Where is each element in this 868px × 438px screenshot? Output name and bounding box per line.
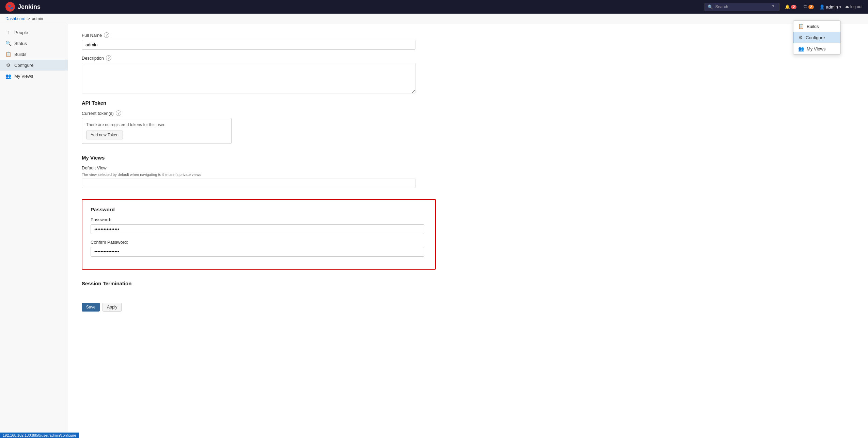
sidebar-label-people: People xyxy=(14,30,28,35)
main-content: Full Name ? Description ? API Token Curr… xyxy=(68,24,868,438)
search-bar[interactable]: 🔍 ? xyxy=(705,3,779,11)
my-views-section: My Views Default View The view selected … xyxy=(82,155,854,188)
apply-button[interactable]: Apply xyxy=(102,303,122,312)
jenkins-icon: 🐾 xyxy=(5,2,15,12)
status-url: 192.168.102.130:8850/user/admin/configur… xyxy=(3,433,76,437)
save-bar: Save Apply xyxy=(82,297,854,314)
dropdown-builds-icon: 📋 xyxy=(798,24,804,29)
breadcrumb-separator: > xyxy=(28,16,30,21)
search-icon: 🔍 xyxy=(708,4,713,10)
bell-icon: 🔔 xyxy=(785,4,790,9)
dropdown-item-my-views[interactable]: 👥 My Views xyxy=(793,43,840,54)
user-label: admin xyxy=(826,4,838,10)
status-bar: 192.168.102.130:8850/user/admin/configur… xyxy=(0,433,79,438)
security-button[interactable]: 🛡 2 xyxy=(802,3,815,11)
confirm-password-input[interactable] xyxy=(91,247,424,257)
full-name-help-icon[interactable]: ? xyxy=(104,32,109,38)
sidebar-item-my-views[interactable]: 👥 My Views xyxy=(0,71,68,81)
sidebar-label-my-views: My Views xyxy=(14,74,33,79)
search-input[interactable] xyxy=(715,4,770,9)
token-box: There are no registered tokens for this … xyxy=(82,118,232,144)
dropdown-configure-label: Configure xyxy=(806,35,825,40)
password-input[interactable] xyxy=(91,224,424,234)
dropdown-configure-icon: ⚙ xyxy=(799,35,803,40)
dropdown-item-configure[interactable]: ⚙ Configure xyxy=(793,32,840,43)
save-button[interactable]: Save xyxy=(82,303,100,312)
sidebar-item-people[interactable]: ↑ People xyxy=(0,27,68,38)
sidebar-label-configure: Configure xyxy=(14,63,33,68)
description-help-icon[interactable]: ? xyxy=(106,55,111,61)
sidebar: ↑ People 🔍 Status 📋 Builds ⚙ Configure 👥… xyxy=(0,24,68,438)
builds-icon: 📋 xyxy=(5,51,11,57)
password-section-title: Password xyxy=(91,207,427,212)
my-views-icon: 👥 xyxy=(5,73,11,79)
app-logo[interactable]: 🐾 Jenkins xyxy=(5,2,41,12)
shield-icon: 🛡 xyxy=(803,4,807,9)
description-label: Description ? xyxy=(82,55,854,61)
people-icon: ↑ xyxy=(5,30,11,35)
default-view-hint: The view selected by default when naviga… xyxy=(82,172,854,177)
notifications-button[interactable]: 🔔 2 xyxy=(784,3,798,11)
dropdown-my-views-icon: 👥 xyxy=(798,46,804,51)
configure-icon: ⚙ xyxy=(5,62,11,68)
password-label: Password: xyxy=(91,217,427,222)
sidebar-item-status[interactable]: 🔍 Status xyxy=(0,38,68,49)
dropdown-builds-label: Builds xyxy=(807,24,819,29)
confirm-password-group: Confirm Password: xyxy=(91,240,427,257)
confirm-password-label: Confirm Password: xyxy=(91,240,427,245)
breadcrumb-home[interactable]: Dashboard xyxy=(5,16,26,21)
user-menu[interactable]: 👤 admin ▾ xyxy=(819,4,841,10)
dropdown-my-views-label: My Views xyxy=(807,46,825,51)
current-tokens-help-icon[interactable]: ? xyxy=(116,110,121,116)
app-name: Jenkins xyxy=(18,3,41,11)
chevron-down-icon: ▾ xyxy=(839,5,841,9)
sidebar-item-builds[interactable]: 📋 Builds xyxy=(0,49,68,60)
sidebar-item-configure[interactable]: ⚙ Configure xyxy=(0,60,68,71)
my-views-title: My Views xyxy=(82,155,854,161)
default-view-label: Default View xyxy=(82,165,854,170)
sidebar-label-builds: Builds xyxy=(14,52,26,57)
session-termination-section: Session Termination xyxy=(82,281,854,286)
logout-label: log out xyxy=(850,4,863,9)
main-layout: ↑ People 🔍 Status 📋 Builds ⚙ Configure 👥… xyxy=(0,24,868,438)
current-tokens-label: Current token(s) ? xyxy=(82,110,854,116)
dropdown-item-builds[interactable]: 📋 Builds xyxy=(793,21,840,32)
session-termination-title: Session Termination xyxy=(82,281,854,286)
password-section: Password Password: Confirm Password: xyxy=(82,199,436,270)
full-name-input[interactable] xyxy=(82,40,415,50)
full-name-group: Full Name ? xyxy=(82,32,854,50)
status-icon: 🔍 xyxy=(5,41,11,46)
header: 🐾 Jenkins 🔍 ? 🔔 2 🛡 2 👤 admin ▾ ⏏ log ou… xyxy=(0,0,868,14)
description-group: Description ? xyxy=(82,55,854,94)
description-textarea[interactable] xyxy=(82,63,415,93)
breadcrumb: Dashboard > admin xyxy=(0,14,868,24)
breadcrumb-current: admin xyxy=(32,16,43,21)
add-token-button[interactable]: Add new Token xyxy=(86,131,123,139)
security-badge: 2 xyxy=(808,5,814,9)
logout-button[interactable]: ⏏ log out xyxy=(845,4,863,9)
api-token-section: API Token Current token(s) ? There are n… xyxy=(82,100,854,144)
help-search-icon[interactable]: ? xyxy=(772,4,774,9)
user-icon: 👤 xyxy=(819,4,825,10)
user-dropdown: 📋 Builds ⚙ Configure 👥 My Views xyxy=(793,20,841,55)
api-token-title: API Token xyxy=(82,100,854,106)
sidebar-label-status: Status xyxy=(14,41,27,46)
logout-icon: ⏏ xyxy=(845,4,849,9)
no-tokens-message: There are no registered tokens for this … xyxy=(86,122,227,127)
notifications-badge: 2 xyxy=(791,5,796,9)
default-view-input[interactable] xyxy=(82,179,415,188)
password-group: Password: xyxy=(91,217,427,234)
full-name-label: Full Name ? xyxy=(82,32,854,38)
